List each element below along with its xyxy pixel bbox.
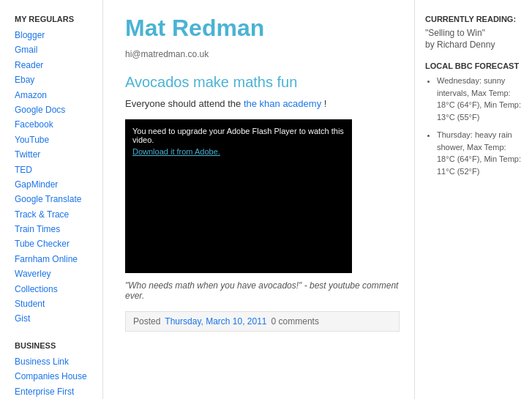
forecast-item: Wednesday: sunny intervals, Max Temp: 18… bbox=[437, 75, 525, 123]
post-intro-suffix: ! bbox=[324, 98, 327, 109]
right-sidebar: CURRENTLY READING: "Selling to Win" by R… bbox=[415, 0, 532, 399]
sidebar-link-google-docs[interactable]: Google Docs bbox=[15, 102, 95, 117]
sidebar-link-student[interactable]: Student bbox=[15, 297, 95, 311]
forecast-list: Wednesday: sunny intervals, Max Temp: 18… bbox=[425, 75, 525, 177]
sidebar-link-business-link[interactable]: Business Link bbox=[15, 354, 95, 369]
sidebar-link-gapminder[interactable]: GapMinder bbox=[15, 177, 95, 192]
video-block: You need to upgrade your Adobe Flash Pla… bbox=[125, 119, 352, 273]
sidebar-link-farnham-online[interactable]: Farnham Online bbox=[15, 252, 95, 266]
sidebar-link-waverley-collections[interactable]: Waverley Collections bbox=[15, 266, 95, 297]
khan-academy-link[interactable]: the khan academy bbox=[244, 98, 321, 109]
adobe-download-link[interactable]: Download it from Adobe. bbox=[132, 147, 220, 156]
site-email: hi@matredman.co.uk bbox=[125, 49, 400, 59]
sidebar-link-enterprise-first[interactable]: Enterprise First bbox=[15, 384, 95, 399]
comment-count: 0 comments bbox=[271, 316, 319, 327]
sidebar-link-tube-checker[interactable]: Tube Checker bbox=[15, 236, 95, 251]
sidebar-link-ebay[interactable]: Ebay bbox=[15, 72, 95, 87]
sidebar-link-train-times[interactable]: Train Times bbox=[15, 222, 95, 236]
sidebar-link-facebook[interactable]: Facebook bbox=[15, 117, 95, 132]
sidebar-link-twitter[interactable]: Twitter bbox=[15, 147, 95, 162]
sidebar-link-amazon[interactable]: Amazon bbox=[15, 88, 95, 102]
business-links: Business LinkCompanies HouseEnterprise F… bbox=[15, 354, 95, 399]
sidebar-link-youtube[interactable]: YouTube bbox=[15, 133, 95, 147]
my-regulars-title: MY REGULARS bbox=[15, 15, 95, 23]
forecast-item: Thursday: heavy rain shower, Max Temp: 1… bbox=[437, 129, 525, 177]
site-title: Mat Redman bbox=[125, 15, 400, 42]
left-sidebar: MY REGULARS BloggerGmailReaderEbayAmazon… bbox=[0, 0, 102, 399]
post-footer: Posted Thursday, March 10, 2011 0 commen… bbox=[125, 311, 400, 332]
posted-label: Posted bbox=[133, 316, 160, 327]
sidebar-link-gmail[interactable]: Gmail bbox=[15, 42, 95, 57]
post-intro-text: Everyone should attend the bbox=[125, 98, 241, 109]
sidebar-link-companies-house[interactable]: Companies House bbox=[15, 369, 95, 384]
sidebar-link-reader[interactable]: Reader bbox=[15, 58, 95, 72]
local-bbc-title: LOCAL BBC FORECAST bbox=[425, 61, 525, 70]
sidebar-link-gist[interactable]: Gist bbox=[15, 311, 95, 326]
sidebar-link-google-translate[interactable]: Google Translate bbox=[15, 192, 95, 206]
video-upgrade-text: You need to upgrade your Adobe Flash Pla… bbox=[132, 127, 345, 144]
book-title: "Selling to Win" bbox=[425, 28, 525, 38]
post-intro: Everyone should attend the the khan acad… bbox=[125, 98, 400, 109]
post-title: Avocados make maths fun bbox=[125, 74, 400, 91]
currently-reading-title: CURRENTLY READING: bbox=[425, 15, 525, 23]
sidebar-link-blogger[interactable]: Blogger bbox=[15, 28, 95, 42]
book-author: by Richard Denny bbox=[425, 40, 525, 50]
my-regulars-links: BloggerGmailReaderEbayAmazonGoogle DocsF… bbox=[15, 28, 95, 327]
main-content: Mat Redman hi@matredman.co.uk Avocados m… bbox=[102, 0, 415, 399]
business-title: BUSINESS bbox=[15, 341, 95, 350]
post-quote: "Who needs math when you have avocados!"… bbox=[125, 280, 400, 301]
post-date-link[interactable]: Thursday, March 10, 2011 bbox=[165, 316, 266, 327]
sidebar-link-ted[interactable]: TED bbox=[15, 163, 95, 177]
sidebar-link-track-&-trace[interactable]: Track & Trace bbox=[15, 207, 95, 222]
